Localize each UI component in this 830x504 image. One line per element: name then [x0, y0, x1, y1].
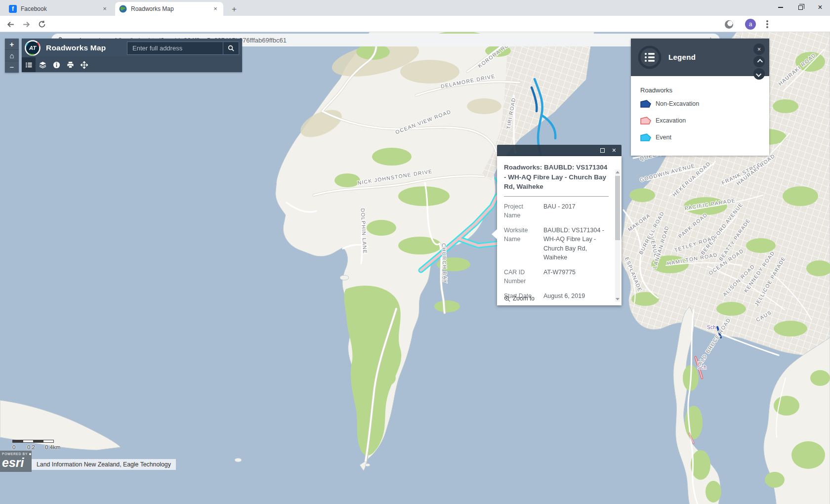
back-button[interactable]	[4, 18, 17, 31]
map-label-school: Sch	[698, 365, 706, 370]
popup-field-row: Project Name BAU - 2017	[504, 202, 609, 220]
app-title: Roadworks Map	[46, 43, 106, 52]
forward-icon	[22, 20, 31, 29]
field-label: Worksite Name	[504, 226, 539, 262]
field-value: BAUBLD: VS171304 - WH-AQ Fibre Lay - Chu…	[543, 226, 609, 262]
layers-icon	[39, 61, 46, 69]
reload-button[interactable]	[36, 18, 48, 31]
scale-zero: 0	[12, 444, 15, 450]
search-button[interactable]	[223, 42, 239, 55]
facebook-icon: f	[9, 5, 17, 13]
map-attribution: Land Information New Zealand, Eagle Tech…	[32, 459, 176, 470]
legend-title: Legend	[668, 53, 696, 61]
legend-panel-icon	[638, 45, 662, 69]
zoom-to-label: Zoom to	[513, 295, 535, 302]
tab-close-icon[interactable]: ×	[101, 5, 109, 13]
measure-tool-button[interactable]	[77, 57, 91, 72]
esri-logo-badge: POWERED BY esri	[0, 451, 32, 472]
browser-toolbar: arcgis.com/apps/View/index.html?appid=86…	[0, 16, 830, 32]
field-value: AT-W79775	[543, 268, 609, 286]
map-zoom-controls: + ⌂ −	[5, 39, 19, 73]
tab-title: Facebook	[21, 5, 97, 12]
print-icon	[67, 61, 74, 69]
legend-header: Legend ×	[631, 39, 769, 76]
legend-item-non-excavation: Non-Excavation	[640, 97, 769, 111]
popup-header: ×	[497, 145, 622, 156]
legend-item-event: Event	[640, 130, 769, 144]
browser-tab-strip: f Facebook × Roadworks Map × + ×	[0, 0, 830, 16]
legend-item-label: Non-Excavation	[656, 100, 699, 107]
tab-roadworks-map[interactable]: Roadworks Map ×	[115, 2, 223, 16]
search-input[interactable]	[127, 42, 223, 55]
tab-close-icon[interactable]: ×	[211, 5, 219, 13]
legend-body: Roadworks Non-Excavation Excavation Even…	[631, 76, 769, 156]
popup-body: Roadworks: BAUBLD: VS171304 - WH-AQ Fibr…	[497, 156, 622, 305]
window-minimize-button[interactable]	[771, 0, 790, 15]
at-logo: AT	[25, 40, 41, 56]
info-icon	[53, 61, 60, 69]
orb-icon	[725, 20, 733, 29]
app-header: AT Roadworks Map	[22, 39, 242, 57]
scale-end: 0.4km	[45, 444, 60, 450]
popup-maximize-icon[interactable]	[600, 148, 605, 153]
field-value: August 6, 2019	[543, 292, 609, 301]
powered-by-label: POWERED BY	[2, 452, 28, 456]
tab-title: Roadworks Map	[131, 5, 208, 12]
scale-mid: 0.2	[27, 444, 35, 450]
popup-divider	[504, 196, 609, 197]
scrollbar-thumb[interactable]	[615, 176, 620, 240]
legend-collapse-up-button[interactable]	[753, 56, 765, 67]
esri-dot-icon	[29, 453, 31, 455]
at-logo-text: AT	[29, 45, 37, 51]
window-restore-button[interactable]	[790, 0, 810, 15]
legend-item-label: Excavation	[656, 117, 686, 124]
forward-button[interactable]	[20, 18, 33, 31]
legend-layer-title: Roadworks	[640, 86, 769, 94]
non-excavation-swatch	[640, 100, 651, 108]
map-scalebar: 0 0.2 0.4km	[12, 440, 72, 451]
back-icon	[6, 20, 15, 29]
info-tool-button[interactable]	[49, 57, 63, 72]
legend-item-label: Event	[656, 134, 671, 141]
profile-avatar[interactable]: a	[744, 18, 757, 31]
legend-tool-button[interactable]	[22, 57, 36, 72]
search-icon	[227, 44, 235, 52]
zoom-in-button[interactable]: +	[5, 39, 19, 50]
scroll-down-icon[interactable]	[616, 298, 620, 300]
field-label: Project Name	[504, 202, 539, 220]
home-button[interactable]: ⌂	[5, 50, 19, 61]
legend-close-button[interactable]: ×	[753, 43, 765, 55]
move-arrows-icon	[81, 61, 88, 69]
map-label-school: Sch	[707, 325, 716, 330]
field-label: CAR ID Number	[504, 268, 539, 286]
browser-menu-button[interactable]	[761, 18, 774, 31]
popup-field-row: Worksite Name BAUBLD: VS171304 - WH-AQ F…	[504, 226, 609, 262]
zoom-to-icon	[504, 295, 510, 302]
print-tool-button[interactable]	[63, 57, 77, 72]
extension-button[interactable]	[722, 18, 735, 31]
window-close-button[interactable]: ×	[810, 0, 830, 15]
layers-tool-button[interactable]	[36, 57, 49, 72]
field-value: BAU - 2017	[543, 202, 609, 220]
globe-favicon	[119, 5, 127, 13]
avatar: a	[745, 19, 756, 30]
popup-title: Roadworks: BAUBLD: VS171304 - WH-AQ Fibr…	[504, 163, 609, 192]
scalebar-bar	[12, 440, 54, 443]
esri-logo: esri	[2, 456, 32, 469]
legend-collapse-down-button[interactable]	[753, 68, 765, 80]
popup-pointer	[492, 229, 497, 239]
scroll-up-icon[interactable]	[616, 171, 620, 173]
legend-panel: Legend × Roadworks Non-Excavation Excava…	[631, 39, 769, 156]
address-search	[127, 42, 239, 55]
excavation-swatch	[640, 117, 651, 125]
event-swatch	[640, 133, 651, 141]
tab-facebook[interactable]: f Facebook ×	[5, 2, 113, 16]
zoom-out-button[interactable]: −	[5, 61, 19, 73]
popup-zoom-to-button[interactable]: Zoom to	[504, 295, 535, 302]
feature-popup: × Roadworks: BAUBLD: VS171304 - WH-AQ Fi…	[497, 145, 622, 305]
new-tab-button[interactable]: +	[228, 4, 240, 16]
reload-icon	[38, 20, 46, 28]
popup-close-icon[interactable]: ×	[612, 146, 616, 155]
chevron-down-icon	[755, 71, 761, 77]
popup-scrollbar[interactable]	[615, 169, 620, 302]
